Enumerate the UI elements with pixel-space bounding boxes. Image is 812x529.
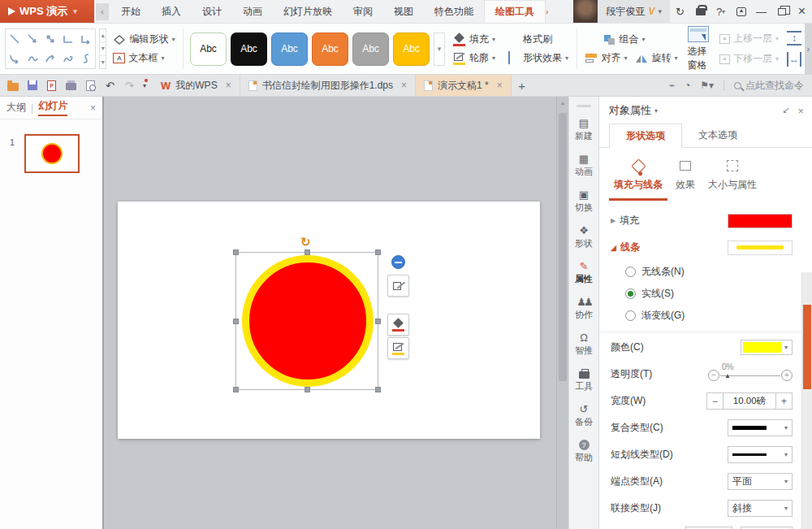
- cap-type-select[interactable]: 平面 ▾: [728, 473, 793, 490]
- slide-thumbnail[interactable]: [24, 134, 80, 173]
- elbow-arrow-connector-icon[interactable]: [77, 29, 95, 49]
- tab-slides[interactable]: 幻灯片: [38, 99, 67, 116]
- print-icon[interactable]: [65, 80, 77, 92]
- menu-animation[interactable]: 动画: [232, 0, 273, 23]
- fill-color-swatch[interactable]: [728, 214, 793, 228]
- align-button[interactable]: 对齐 ▾: [585, 51, 628, 65]
- distribute-horizontal-icon[interactable]: ↔: [787, 52, 801, 67]
- slide-canvas[interactable]: ↻: [106, 97, 556, 529]
- help-icon[interactable]: ?▾: [710, 0, 731, 24]
- shape-style-blue[interactable]: Abc: [271, 33, 308, 66]
- tab-text-options[interactable]: 文本选项: [682, 124, 754, 148]
- rail-item-smart-recommend[interactable]: Ω 智推: [575, 327, 593, 362]
- width-increase-button[interactable]: +: [776, 396, 792, 407]
- tab-document-2-active[interactable]: 演示文稿1 * ×: [416, 75, 512, 96]
- width-decrease-button[interactable]: −: [707, 396, 723, 407]
- customize-toolbar-icon[interactable]: ▾: [143, 82, 146, 89]
- minimize-button[interactable]: —: [751, 0, 771, 24]
- line-color-picker[interactable]: ▾: [741, 340, 793, 355]
- quick-fill-button[interactable]: [387, 314, 409, 336]
- resize-handle-se[interactable]: [375, 387, 381, 392]
- docer-icon[interactable]: ⌁: [669, 80, 675, 91]
- menu-drawing-tools[interactable]: 绘图工具: [484, 0, 546, 23]
- canvas-vertical-scrollbar[interactable]: ▲: [556, 97, 568, 529]
- freeform-shape-icon[interactable]: [59, 49, 77, 68]
- dash-type-select[interactable]: ▾: [728, 446, 793, 463]
- new-tab-button[interactable]: +: [512, 75, 533, 96]
- close-tab-icon[interactable]: ×: [401, 80, 407, 91]
- tab-my-wps[interactable]: W 我的WPS ×: [153, 75, 240, 96]
- rotate-button[interactable]: 旋转 ▾: [636, 51, 678, 65]
- menu-scroll-icon[interactable]: ›: [546, 0, 551, 23]
- tab-shape-options[interactable]: 形状选项: [609, 124, 682, 148]
- radio-no-line[interactable]: 无线条(N): [599, 261, 812, 283]
- rail-item-transition[interactable]: ▣ 切换: [575, 184, 593, 219]
- line-shape-icon[interactable]: [6, 29, 24, 49]
- rail-item-animation[interactable]: ▦ 动画: [575, 148, 593, 184]
- radio-gradient-line[interactable]: 渐变线(G): [599, 305, 812, 327]
- text-box-button[interactable]: A 文本框 ▾: [113, 51, 175, 65]
- join-type-select[interactable]: 斜接 ▾: [728, 500, 793, 517]
- radio-solid-line[interactable]: 实线(S): [599, 283, 812, 305]
- fill-section-toggle[interactable]: ▶ 填充: [611, 214, 639, 228]
- resize-handle-e[interactable]: [375, 319, 381, 324]
- save-icon[interactable]: [26, 80, 38, 92]
- selection-pane-button[interactable]: 选择窗格: [683, 24, 715, 74]
- menu-insert[interactable]: 插入: [151, 0, 192, 23]
- close-panel-icon[interactable]: ×: [90, 102, 96, 114]
- subtab-size-properties[interactable]: 大小与属性: [703, 158, 762, 201]
- compound-type-select[interactable]: ▾: [728, 419, 793, 436]
- format-painter-button[interactable]: 格式刷: [507, 33, 552, 46]
- gallery-up-icon[interactable]: ▲: [100, 29, 106, 42]
- menu-design[interactable]: 设计: [192, 0, 232, 23]
- curved-arrow-icon[interactable]: [41, 49, 59, 68]
- close-tab-icon[interactable]: ×: [226, 80, 231, 91]
- rail-item-new[interactable]: ▤ 新建: [575, 112, 593, 148]
- group-button[interactable]: 组合 ▾: [603, 33, 678, 46]
- shape-style-yellow[interactable]: Abc: [393, 33, 430, 66]
- shape-selection-box[interactable]: [235, 252, 378, 390]
- rail-item-tools[interactable]: 工具: [575, 362, 593, 398]
- resize-handle-nw[interactable]: [233, 249, 239, 255]
- double-arrow-shape-icon[interactable]: [41, 29, 59, 49]
- shape-style-orange[interactable]: Abc: [312, 33, 348, 66]
- rail-item-help[interactable]: ? 帮助: [575, 434, 593, 470]
- ribbon-expand-icon[interactable]: ›: [805, 24, 812, 74]
- sync-icon[interactable]: ↻: [670, 0, 690, 24]
- user-avatar[interactable]: [573, 0, 598, 23]
- menu-home[interactable]: 开始: [110, 0, 151, 23]
- slider-plus-icon[interactable]: +: [781, 370, 793, 381]
- gallery-more-icon[interactable]: ▼: [100, 56, 106, 68]
- user-account[interactable]: 段宇俊亚 V ▾: [598, 0, 670, 24]
- s-curve-shape-icon[interactable]: [77, 49, 95, 68]
- command-search[interactable]: 点此查找命令: [734, 79, 804, 93]
- panel-scrollbar-track[interactable]: [801, 272, 812, 529]
- transparency-slider[interactable]: − 0% ▲ +: [708, 363, 793, 386]
- menu-view[interactable]: 视图: [383, 0, 424, 23]
- tab-outline[interactable]: 大纲: [6, 101, 26, 115]
- menu-special-features[interactable]: 特色功能: [424, 0, 484, 23]
- dock-panel-icon[interactable]: ↙: [782, 105, 789, 117]
- resize-handle-s[interactable]: [304, 387, 310, 392]
- scrollbar-thumb[interactable]: [559, 113, 567, 381]
- fill-button[interactable]: 填充 ▾: [453, 33, 495, 46]
- open-folder-icon[interactable]: [6, 80, 19, 92]
- outline-button[interactable]: 轮廓 ▾: [453, 51, 495, 65]
- width-value[interactable]: 10.00磅: [723, 393, 776, 409]
- resize-handle-ne[interactable]: [375, 249, 381, 255]
- menu-slideshow[interactable]: 幻灯片放映: [273, 0, 343, 23]
- curve-shape-icon[interactable]: [24, 49, 41, 68]
- edit-shape-button[interactable]: 编辑形状 ▾: [113, 33, 175, 46]
- rail-item-shapes[interactable]: ❖ 形状: [575, 219, 593, 255]
- menu-review[interactable]: 审阅: [343, 0, 383, 23]
- slider-handle-icon[interactable]: ▲: [724, 372, 731, 379]
- rail-item-backup[interactable]: ↺ 备份: [575, 398, 593, 434]
- rail-item-properties[interactable]: ✎ 属性: [575, 255, 593, 291]
- app-logo[interactable]: WPS 演示 ▾: [0, 0, 94, 23]
- shape-style-white[interactable]: Abc: [190, 33, 227, 66]
- red-circle-shape[interactable]: [242, 255, 374, 387]
- resize-handle-sw[interactable]: [233, 387, 239, 392]
- close-panel-icon[interactable]: ×: [797, 105, 804, 117]
- gallery-down-icon[interactable]: ▼: [100, 42, 106, 55]
- shape-effects-button[interactable]: 形状效果 ▾: [507, 51, 568, 65]
